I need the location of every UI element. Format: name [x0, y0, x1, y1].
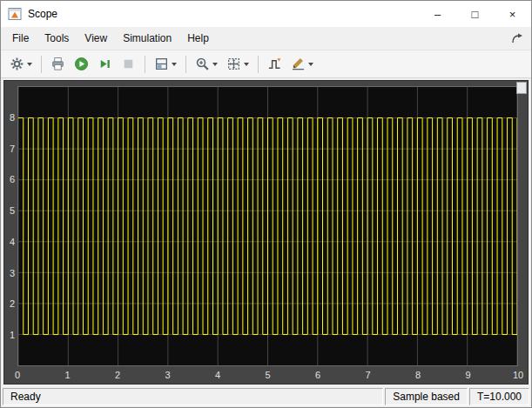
- measurements-icon: [291, 57, 306, 71]
- x-axis-labels: 012345678910: [17, 369, 518, 383]
- y-tick-label: 3: [4, 268, 15, 278]
- y-tick-label: 7: [4, 144, 15, 154]
- y-tick-label: 2: [4, 298, 15, 309]
- x-tick-label: 5: [265, 370, 270, 380]
- run-icon: [74, 57, 89, 71]
- zoom-button[interactable]: [192, 54, 221, 74]
- menu-file[interactable]: File: [4, 29, 37, 48]
- fit-to-view-button[interactable]: [223, 54, 253, 74]
- print-icon: [51, 57, 65, 71]
- window-controls: – □ ×: [419, 1, 531, 27]
- waveform-svg: [18, 87, 517, 365]
- layout-icon: [154, 57, 169, 71]
- y-tick-label: 1: [4, 330, 15, 340]
- x-tick-label: 9: [465, 370, 470, 380]
- step-forward-icon: [98, 57, 112, 71]
- chevron-down-icon[interactable]: [172, 63, 177, 66]
- y-tick-label: 8: [4, 112, 15, 123]
- scope-app-icon: [8, 7, 22, 21]
- menu-tools[interactable]: Tools: [37, 29, 77, 48]
- gear-icon: [10, 57, 24, 71]
- toolbar-separator: [258, 56, 259, 73]
- run-button[interactable]: [71, 54, 92, 74]
- chevron-down-icon[interactable]: [212, 63, 218, 66]
- trigger-icon: [267, 57, 282, 71]
- status-sim-time: T=10.000: [469, 388, 529, 405]
- x-tick-label: 7: [365, 370, 370, 380]
- status-bar: Ready Sample based T=10.000: [1, 387, 531, 407]
- toolbar-separator: [185, 56, 186, 73]
- title-bar[interactable]: Scope – □ ×: [1, 1, 531, 27]
- chevron-down-icon[interactable]: [244, 63, 249, 66]
- toolbar: [1, 50, 531, 78]
- curved-arrow-icon[interactable]: [510, 31, 524, 45]
- x-tick-label: 6: [315, 370, 320, 380]
- x-tick-label: 3: [165, 370, 170, 380]
- waveform-canvas[interactable]: [17, 86, 518, 366]
- x-tick-label: 0: [15, 370, 20, 380]
- plot-corner-button[interactable]: [516, 82, 527, 94]
- y-axis-labels: 12345678: [4, 86, 17, 366]
- y-tick-label: 6: [4, 174, 15, 184]
- menu-simulation[interactable]: Simulation: [115, 29, 179, 48]
- maximize-button[interactable]: □: [456, 1, 494, 27]
- plot-area: 12345678 012345678910: [3, 80, 529, 385]
- menu-help[interactable]: Help: [179, 29, 217, 48]
- x-tick-label: 2: [115, 370, 120, 380]
- x-tick-label: 1: [64, 370, 70, 380]
- layout-button[interactable]: [151, 54, 180, 74]
- toolbar-separator: [145, 56, 145, 73]
- status-sample-mode: Sample based: [385, 388, 468, 405]
- settings-gear-button[interactable]: [6, 54, 36, 74]
- y-tick-label: 5: [4, 205, 15, 216]
- stop-button[interactable]: [118, 54, 139, 74]
- measurements-button[interactable]: [287, 54, 317, 74]
- stop-icon: [121, 57, 136, 71]
- print-button[interactable]: [47, 54, 69, 74]
- status-message: Ready: [3, 388, 383, 405]
- fit-to-view-icon: [226, 57, 241, 71]
- trigger-button[interactable]: [264, 54, 286, 74]
- step-forward-button[interactable]: [94, 54, 116, 74]
- menu-view[interactable]: View: [77, 29, 115, 48]
- x-tick-label: 10: [513, 370, 523, 380]
- minimize-button[interactable]: –: [419, 1, 456, 27]
- y-tick-label: 4: [4, 237, 15, 247]
- menu-bar: File Tools View Simulation Help: [1, 27, 531, 50]
- zoom-icon: [195, 57, 210, 71]
- x-tick-label: 8: [415, 370, 421, 380]
- x-tick-label: 4: [215, 370, 220, 380]
- chevron-down-icon[interactable]: [27, 63, 32, 66]
- scope-window: Scope – □ × File Tools View Simulation H…: [0, 0, 532, 408]
- close-button[interactable]: ×: [494, 1, 531, 27]
- chevron-down-icon[interactable]: [308, 63, 313, 66]
- toolbar-separator: [41, 56, 42, 73]
- window-title: Scope: [28, 8, 57, 20]
